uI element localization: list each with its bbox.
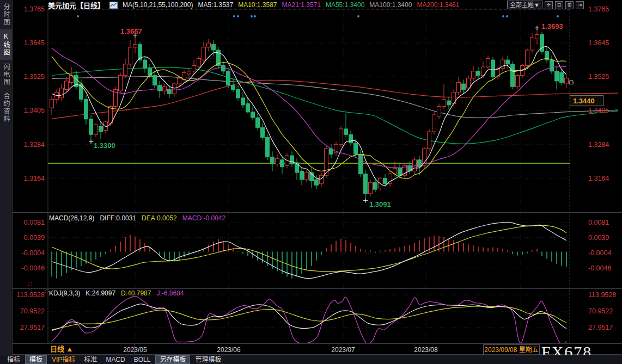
axis-tick-label: 0.0039	[24, 234, 45, 242]
tab-vip-indicators[interactable]: VIP指标	[48, 356, 79, 364]
candle-down	[354, 143, 358, 155]
candle-down	[315, 180, 319, 185]
candle-up	[197, 59, 201, 67]
axis-tick-label: 1.3284	[24, 141, 45, 149]
candle-down	[462, 84, 466, 89]
axis-tick-label: 0.0081	[588, 219, 609, 226]
sidebar-item-kline[interactable]: K线图	[0, 29, 12, 60]
candle-down	[256, 118, 260, 127]
extreme-price-label: 1.3300	[94, 141, 115, 150]
diff-line	[52, 222, 566, 279]
current-price-tag: 1.3440	[570, 96, 603, 106]
kdj-j-value: J:-6.8684	[156, 289, 184, 297]
sidebar-item-contract-info[interactable]: 合约资料	[0, 89, 12, 126]
ma-settings-label: MA(5,10,21,55,100,200)	[123, 1, 193, 9]
tab-templates[interactable]: 模板	[25, 355, 47, 364]
candle-up	[207, 43, 211, 47]
candle-up	[535, 35, 539, 39]
candle-down	[511, 64, 515, 87]
tab-save-template[interactable]: 另存模板	[155, 355, 190, 364]
candle-up	[124, 64, 127, 76]
candle-up	[516, 76, 520, 87]
bottom-tabbar: 指标 模板 VIP指标 标准 MACD BOLL 另存模板 管理模板	[0, 355, 622, 364]
sidebar-item-lightning[interactable]: 闪电图	[0, 60, 12, 89]
candle-down	[212, 45, 216, 50]
month-label: 2023/06	[217, 346, 240, 354]
candle-up	[187, 71, 191, 74]
ma100-value: MA100:1.3400	[369, 1, 412, 9]
candle-down	[261, 127, 265, 137]
candles	[50, 29, 569, 199]
axis-tick-label: 0.0039	[588, 234, 609, 242]
candle-up	[530, 38, 534, 50]
tab-indicators[interactable]: 指标	[3, 356, 24, 364]
candle-up	[467, 78, 471, 88]
candle-down	[222, 65, 225, 71]
candle-down	[550, 60, 554, 71]
axis-tick-label: 1.3405	[24, 107, 45, 114]
candle-up	[133, 45, 137, 47]
candle-up	[119, 76, 123, 91]
candle-up	[428, 132, 431, 149]
last-close-marker	[570, 81, 573, 84]
candle-up	[442, 100, 446, 107]
tab-boll[interactable]: BOLL	[130, 356, 155, 364]
candle-up	[178, 78, 181, 84]
macd-title: MACD(26,12,9)	[49, 214, 94, 222]
axis-tick-label: 1.3765	[588, 5, 609, 13]
candle-down	[280, 160, 284, 167]
candle-up	[526, 50, 529, 65]
tab-standard[interactable]: 标准	[80, 356, 101, 364]
candle-up	[129, 47, 132, 64]
candle-down	[398, 168, 402, 175]
ma5-value: MA5:1.3537	[198, 1, 233, 9]
candle-down	[99, 126, 103, 132]
month-label: 2023/07	[331, 346, 355, 354]
chart-canvas[interactable]: 1.36671.33001.30911.36931.37651.37651.36…	[0, 0, 622, 364]
candle-up	[65, 81, 69, 90]
candle-down	[418, 160, 422, 167]
kdj-k-value: K:24.9097	[86, 289, 115, 297]
axis-tick-label: 1.3525	[24, 73, 45, 81]
extreme-price-label: 1.3667	[120, 27, 142, 35]
chart-icon	[109, 2, 118, 9]
month-label: 2023/08	[414, 346, 437, 354]
axis-tick-label: 113.9528	[588, 291, 616, 299]
sidebar-item-timeshare[interactable]: 分时图	[0, 0, 12, 29]
candle-up	[379, 178, 382, 188]
candle-down	[290, 156, 294, 164]
ma200-line	[52, 80, 618, 119]
candle-down	[383, 178, 387, 183]
tab-macd[interactable]: MACD	[102, 356, 129, 364]
candle-down	[236, 89, 240, 98]
sidebar-item-label: K线图	[2, 33, 10, 57]
candle-down	[231, 85, 235, 90]
zoom-out-icon[interactable]: ⊟	[555, 1, 563, 9]
candle-up	[109, 107, 113, 124]
candle-up	[437, 107, 441, 116]
candle-down	[359, 154, 363, 174]
period-selector[interactable]: 日线 ▲	[46, 344, 135, 355]
axis-tick-label: -0.0004	[22, 249, 45, 257]
candle-up	[423, 149, 426, 165]
candle-up	[486, 59, 490, 67]
pan-tool-icon[interactable]: ✛	[545, 1, 553, 9]
theme-select-button[interactable]: 全部主题▼	[507, 1, 542, 9]
zoom-in-icon[interactable]: ⊞	[565, 1, 574, 9]
candle-down	[84, 100, 88, 119]
event-dot-icons	[77, 15, 559, 17]
top-controls: 全部主题▼ ✛ ⊟ ⊞ ⇥	[507, 1, 584, 9]
axis-tick-label: -0.0046	[588, 264, 611, 272]
axis-tick-label: 27.9517	[20, 324, 45, 331]
candle-up	[173, 84, 176, 94]
shift-right-icon[interactable]: ⇥	[576, 1, 584, 9]
candle-down	[447, 101, 451, 105]
slow-ma-lines	[52, 67, 618, 144]
svg-text:1.3440: 1.3440	[573, 97, 595, 105]
axis-tick-label: -0.0046	[22, 264, 45, 272]
candle-down	[364, 174, 368, 194]
tab-manage-template[interactable]: 管理模板	[191, 356, 225, 364]
candle-up	[305, 172, 309, 180]
candle-down	[344, 129, 348, 134]
current-date-label: 2023/09/08 星期五	[483, 344, 540, 355]
